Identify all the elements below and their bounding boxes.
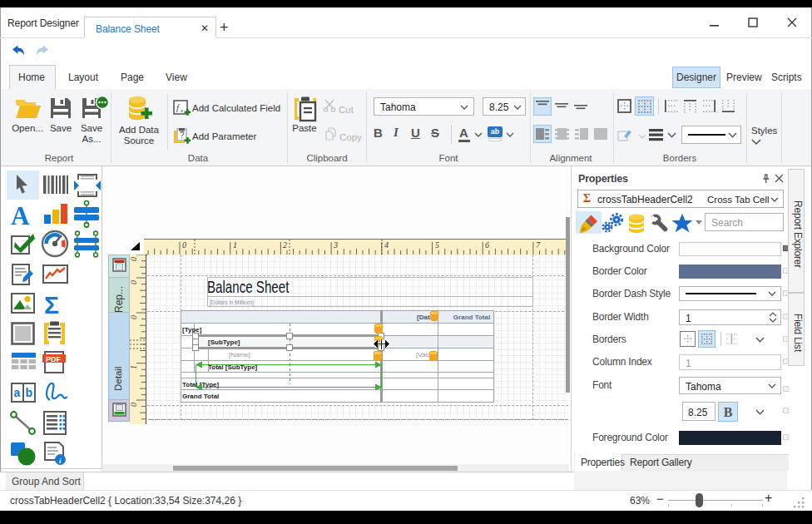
svg-text:Grand Total: Grand Total [453, 314, 490, 321]
svg-text:Grand Total: Grand Total [182, 393, 219, 400]
svg-text:0: 0 [130, 403, 138, 407]
svg-text:1: 1 [233, 240, 237, 250]
svg-text:2: 2 [283, 240, 287, 250]
svg-text:a: a [14, 386, 21, 399]
svg-text:0: 0 [130, 315, 138, 319]
svg-text:0: 0 [130, 280, 138, 284]
svg-text:[Type]: [Type] [182, 326, 202, 334]
svg-text:6: 6 [485, 240, 489, 250]
svg-text:3: 3 [333, 240, 338, 250]
svg-text:[SubType]: [SubType] [208, 339, 240, 346]
svg-text:0: 0 [182, 240, 186, 250]
svg-text:b: b [26, 386, 33, 399]
svg-text:[Name]: [Name] [229, 351, 250, 358]
svg-text:PDF: PDF [46, 355, 62, 363]
svg-text:5: 5 [435, 240, 439, 250]
svg-text:7: 7 [536, 240, 541, 250]
svg-text:?: ? [180, 131, 185, 140]
svg-text:4: 4 [384, 240, 389, 250]
svg-text:0: 0 [130, 257, 138, 261]
svg-text:1: 1 [130, 365, 138, 369]
